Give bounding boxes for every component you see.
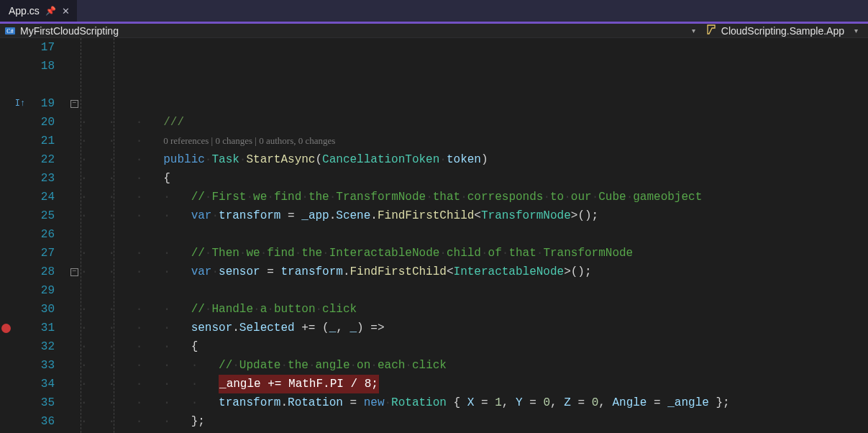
document-tab[interactable]: App.cs 📌 ✕ bbox=[0, 0, 77, 22]
line-number: 21 bbox=[29, 132, 55, 150]
chevron-down-icon[interactable]: ▾ bbox=[686, 27, 701, 35]
code-line[interactable]: · · · · }; bbox=[81, 412, 868, 431]
fold-toggle[interactable]: − bbox=[70, 268, 78, 276]
code-line[interactable]: · · · · var·transform = _app.Scene.FindF… bbox=[81, 206, 868, 225]
line-number: 32 bbox=[29, 337, 55, 356]
breakpoint-dot[interactable] bbox=[1, 324, 11, 333]
fold-toggle[interactable]: − bbox=[70, 100, 78, 108]
line-number-gutter: 1718192021222324252627282930313233343536 bbox=[29, 38, 68, 433]
line-number: 33 bbox=[29, 356, 55, 375]
code-line[interactable]: · · · 0 references | 0 changes | 0 autho… bbox=[81, 132, 868, 150]
line-number: 24 bbox=[29, 188, 55, 206]
type-name: CloudScripting.Sample.App bbox=[721, 25, 844, 37]
chevron-down-icon[interactable]: ▾ bbox=[849, 27, 864, 35]
csharp-project-icon: C# bbox=[4, 25, 16, 37]
code-content[interactable]: · · · /// · · · 0 references | 0 changes… bbox=[81, 38, 868, 433]
document-tab-well: App.cs 📌 ✕ bbox=[0, 0, 868, 24]
scope-selector[interactable]: C# MyFirstCloudScripting bbox=[4, 25, 682, 37]
code-line[interactable]: · · · · //·Handle·a·button·click bbox=[81, 300, 868, 319]
code-line[interactable]: · · · · · _angle += MathF.PI / 8; bbox=[81, 375, 868, 393]
line-number: 23 bbox=[29, 169, 55, 188]
line-number bbox=[29, 76, 55, 94]
line-number: 20 bbox=[29, 113, 55, 132]
line-number: 28 bbox=[29, 263, 55, 281]
code-editor[interactable]: I↑ 1718192021222324252627282930313233343… bbox=[0, 38, 868, 433]
scope-name: MyFirstCloudScripting bbox=[20, 25, 119, 37]
line-number: 34 bbox=[29, 375, 55, 393]
breakpoint-gutter[interactable] bbox=[0, 38, 12, 433]
code-line[interactable]: · · · · var·sensor = transform.FindFirst… bbox=[81, 263, 868, 281]
code-line[interactable] bbox=[81, 281, 868, 300]
line-number: 36 bbox=[29, 412, 55, 431]
code-line[interactable]: · · · { bbox=[81, 169, 868, 188]
line-number: 19 bbox=[29, 94, 55, 113]
line-number: 29 bbox=[29, 281, 55, 300]
line-number: 22 bbox=[29, 150, 55, 169]
close-icon[interactable]: ✕ bbox=[62, 6, 70, 17]
codelens[interactable]: 0 references | 0 changes | 0 authors, 0 … bbox=[163, 132, 335, 150]
breakpoint-highlight: _angle += MathF.PI / 8; bbox=[219, 375, 379, 393]
line-number: 30 bbox=[29, 300, 55, 319]
code-line[interactable]: · · · · { bbox=[81, 337, 868, 356]
code-line[interactable]: · · · · · //·Update·the·angle·on·each·cl… bbox=[81, 356, 868, 375]
tab-filename: App.cs bbox=[9, 5, 40, 17]
code-line[interactable]: · · · · //·First·we·find·the·TransformNo… bbox=[81, 188, 868, 206]
pin-icon[interactable]: 📌 bbox=[45, 6, 56, 16]
type-selector[interactable]: CloudScripting.Sample.App bbox=[705, 24, 844, 37]
code-line[interactable] bbox=[81, 225, 868, 244]
line-number: 25 bbox=[29, 206, 55, 225]
code-line[interactable]: · · · · sensor.Selected += (_, _) => bbox=[81, 319, 868, 337]
navigation-bar: C# MyFirstCloudScripting ▾ CloudScriptin… bbox=[0, 24, 868, 38]
code-line[interactable]: · · · /// bbox=[81, 113, 868, 132]
code-line[interactable]: · · · public·Task·StartAsync(Cancellatio… bbox=[81, 150, 868, 169]
line-number: 27 bbox=[29, 244, 55, 263]
line-number: 26 bbox=[29, 225, 55, 244]
class-icon bbox=[705, 24, 717, 37]
line-number: 31 bbox=[29, 319, 55, 337]
change-indicator-icon: I↑ bbox=[12, 94, 29, 113]
code-line[interactable]: · · · · · transform.Rotation = new·Rotat… bbox=[81, 393, 868, 412]
svg-text:C#: C# bbox=[6, 28, 13, 35]
line-number: 35 bbox=[29, 393, 55, 412]
indicator-gutter: I↑ bbox=[12, 38, 29, 433]
line-number: 17 bbox=[29, 38, 55, 57]
line-number: 18 bbox=[29, 57, 55, 76]
code-line[interactable]: · · · · //·Then·we·find·the·Interactable… bbox=[81, 244, 868, 263]
fold-gutter[interactable]: −− bbox=[68, 38, 81, 433]
code-line[interactable] bbox=[81, 94, 868, 113]
